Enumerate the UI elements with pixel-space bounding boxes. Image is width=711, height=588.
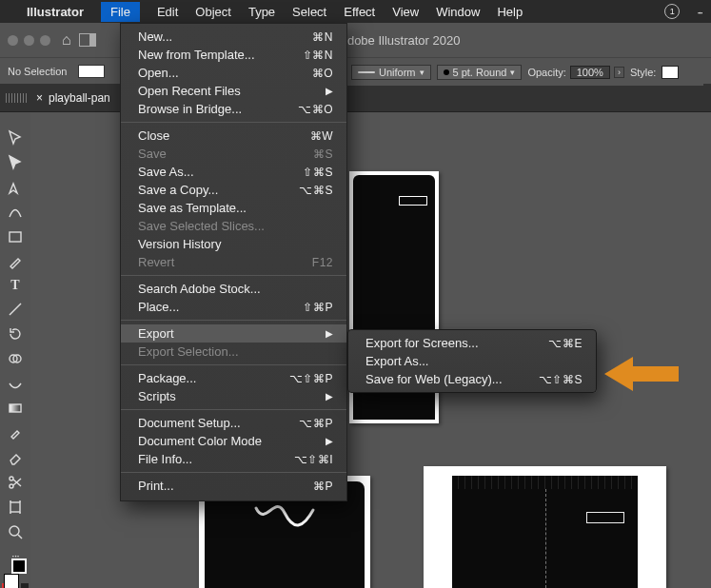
artboard-tool-icon[interactable] xyxy=(7,499,24,516)
menu-help[interactable]: Help xyxy=(497,5,523,19)
app-name[interactable]: Illustrator xyxy=(27,5,84,19)
menu-item-scripts[interactable]: Scripts▶ xyxy=(121,387,346,405)
zoom-tool-icon[interactable] xyxy=(7,523,24,540)
menu-item-export-selection: Export Selection... xyxy=(121,343,346,361)
menu-item-document-setup[interactable]: Document Setup...⌥⌘P xyxy=(121,414,346,432)
opacity-value[interactable]: 100% xyxy=(570,66,610,79)
svg-point-4 xyxy=(10,477,13,480)
paintbrush-tool-icon[interactable] xyxy=(7,253,24,270)
graphic-style-swatch[interactable] xyxy=(662,66,679,79)
tab-grip-icon[interactable] xyxy=(6,93,27,103)
menu-item-label: Place... xyxy=(138,300,303,314)
macos-menubar: Illustrator File Edit Object Type Select… xyxy=(0,0,711,23)
menu-item-close[interactable]: Close⌘W xyxy=(121,127,346,145)
shape-builder-tool-icon[interactable] xyxy=(7,350,24,367)
menu-item-label: Save a Copy... xyxy=(138,183,299,197)
menu-item-place[interactable]: Place...⇧⌘P xyxy=(121,298,346,316)
menu-shortcut: ⌥⌘O xyxy=(298,103,333,116)
type-tool-icon[interactable]: T xyxy=(7,278,24,293)
menu-item-export[interactable]: Export▶ xyxy=(121,324,346,343)
close-tab-icon[interactable]: × xyxy=(36,91,43,105)
menu-view[interactable]: View xyxy=(392,5,419,19)
menu-item-label: Save As... xyxy=(138,165,303,179)
menu-shortcut: ⇧⌘N xyxy=(303,49,333,62)
menu-shortcut: ⌥⇧⌘I xyxy=(294,453,333,466)
menu-item-browse-in-bridge[interactable]: Browse in Bridge...⌥⌘O xyxy=(121,100,346,118)
menu-file[interactable]: File xyxy=(101,2,140,22)
menu-item-search-adobe-stock[interactable]: Search Adobe Stock... xyxy=(121,280,346,298)
rectangle-tool-icon[interactable] xyxy=(7,228,24,245)
menu-edit[interactable]: Edit xyxy=(157,5,178,19)
opacity-control[interactable]: Opacity: 100% › xyxy=(527,66,624,79)
menu-item-save-as-template[interactable]: Save as Template... xyxy=(121,199,346,217)
eraser-tool-icon[interactable] xyxy=(7,449,24,466)
selection-tool-icon[interactable] xyxy=(7,129,24,147)
eyedropper-tool-icon[interactable] xyxy=(7,424,24,441)
menu-select[interactable]: Select xyxy=(292,5,326,19)
menu-effect[interactable]: Effect xyxy=(344,5,375,19)
menu-item-new[interactable]: New...⌘N xyxy=(121,28,346,46)
scissors-tool-icon[interactable] xyxy=(7,474,24,491)
menu-item-label: Document Setup... xyxy=(138,416,299,430)
gradient-tool-icon[interactable] xyxy=(7,400,24,417)
document-tab[interactable]: × playball-pan xyxy=(36,91,110,105)
menubar-overflow-icon[interactable]: ··· xyxy=(697,5,701,19)
menu-shortcut: ⌥⌘S xyxy=(299,184,333,197)
traffic-lights[interactable] xyxy=(8,35,50,46)
menu-item-label: Close xyxy=(138,128,310,143)
menu-shortcut: ⇧⌘S xyxy=(303,166,333,179)
menu-item-new-from-template[interactable]: New from Template...⇧⌘N xyxy=(121,46,346,64)
menu-shortcut: ⌘N xyxy=(312,30,333,44)
home-icon[interactable]: ⌂ xyxy=(62,31,71,49)
file-menu-dropdown: New...⌘NNew from Template...⇧⌘NOpen...⌘O… xyxy=(120,23,347,501)
menu-shortcut: ⌘S xyxy=(313,147,333,161)
menu-item-label: Revert xyxy=(138,255,312,269)
submenu-arrow-icon: ▶ xyxy=(326,391,333,402)
control-bar-right: Uniform ▾ 5 pt. Round ▾ Opacity: 100% › … xyxy=(347,59,703,86)
menu-item-document-color-mode[interactable]: Document Color Mode▶ xyxy=(121,432,346,450)
menu-item-open-recent-files[interactable]: Open Recent Files▶ xyxy=(121,82,346,100)
submenu-item-export-as[interactable]: Export As... xyxy=(348,352,596,370)
artboard-3[interactable] xyxy=(424,466,666,588)
pen-tool-icon[interactable] xyxy=(7,179,24,196)
menu-object[interactable]: Object xyxy=(195,5,231,19)
submenu-item-export-for-screens[interactable]: Export for Screens...⌥⌘E xyxy=(348,334,596,352)
panel-toggle-icon[interactable] xyxy=(79,33,96,47)
submenu-arrow-icon: ▶ xyxy=(326,328,333,339)
fill-swatch[interactable] xyxy=(78,65,105,78)
svg-point-5 xyxy=(10,484,13,488)
menu-item-label: Document Color Mode xyxy=(138,434,326,448)
menu-item-file-info[interactable]: File Info...⌥⇧⌘I xyxy=(121,450,346,468)
document-tab-label: playball-pan xyxy=(49,91,110,105)
menu-type[interactable]: Type xyxy=(248,5,275,19)
menu-item-label: Export Selection... xyxy=(138,344,333,359)
curvature-tool-icon[interactable] xyxy=(7,204,24,221)
menu-item-label: Print... xyxy=(138,479,313,493)
menu-item-print[interactable]: Print...⌘P xyxy=(121,477,346,495)
menu-item-save-as[interactable]: Save As...⇧⌘S xyxy=(121,163,346,181)
menu-item-label: Open Recent Files xyxy=(138,84,326,98)
menu-item-revert: RevertF12 xyxy=(121,253,346,271)
menu-item-label: Open... xyxy=(138,66,312,80)
document-tab-bar: × playball-pan xyxy=(0,84,711,112)
line-tool-icon[interactable] xyxy=(7,301,24,318)
menu-item-version-history[interactable]: Version History xyxy=(121,235,346,253)
artwork-pants-back2 xyxy=(452,476,638,588)
submenu-item-save-for-web-legacy[interactable]: Save for Web (Legacy)...⌥⇧⌘S xyxy=(348,370,596,388)
direct-selection-tool-icon[interactable] xyxy=(7,154,24,171)
user-badge-icon[interactable]: 1 xyxy=(664,4,680,19)
width-tool-icon[interactable] xyxy=(7,375,24,392)
menu-item-package[interactable]: Package...⌥⇧⌘P xyxy=(121,369,346,387)
menu-item-open[interactable]: Open...⌘O xyxy=(121,64,346,82)
callout-arrow-icon xyxy=(604,355,681,393)
brush-select[interactable]: 5 pt. Round ▾ xyxy=(437,65,523,80)
chevron-down-icon: ▾ xyxy=(420,68,425,77)
menu-item-save-a-copy[interactable]: Save a Copy...⌥⌘S xyxy=(121,181,346,199)
toolbar: T ··· xyxy=(0,112,30,588)
artwork-pocket xyxy=(399,196,427,206)
svg-rect-6 xyxy=(10,502,20,512)
rotate-tool-icon[interactable] xyxy=(7,325,24,343)
menu-window[interactable]: Window xyxy=(436,5,480,19)
stroke-profile-select[interactable]: Uniform ▾ xyxy=(351,65,431,80)
style-label: Style: xyxy=(630,67,657,78)
